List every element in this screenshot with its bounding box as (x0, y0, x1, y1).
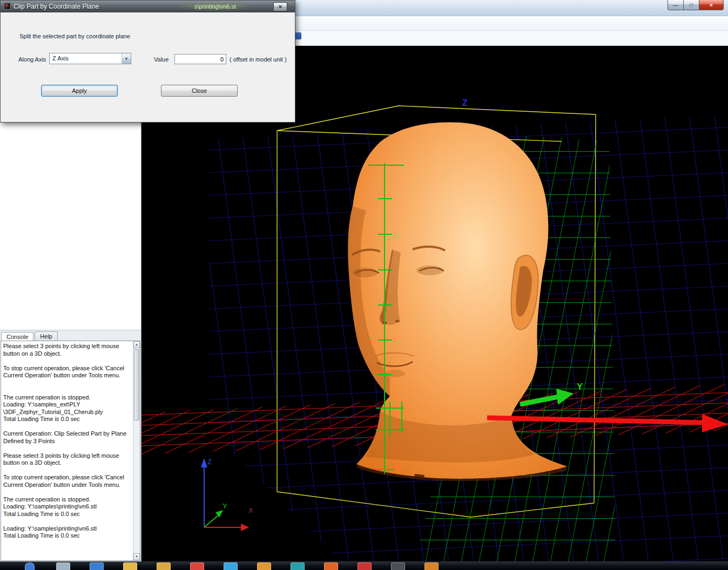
value-input[interactable] (174, 54, 226, 64)
console-line: Loading: Y:\samples\printing\vn6.stl (3, 503, 132, 511)
app-icon (358, 562, 372, 570)
console-line (3, 357, 132, 365)
taskbar-icon-folder-stack[interactable] (156, 561, 172, 570)
console-line: button on a 3D object. (3, 459, 132, 467)
console-line (3, 386, 132, 394)
scrollbar-thumb[interactable] (134, 349, 139, 420)
console-line: button on a 3D object. (3, 350, 132, 358)
taskbar-icon-cube[interactable] (390, 561, 406, 570)
console-line (3, 518, 132, 525)
taskbar-icon-messenger[interactable] (289, 561, 306, 570)
triad-y-label: Y (223, 502, 227, 510)
value-hint: ( offset in model unit ) (230, 56, 287, 63)
app-icon (25, 562, 35, 570)
maximize-button[interactable]: □ (684, 0, 699, 10)
app-icon (291, 562, 305, 570)
along-axis-label: Along Axis (18, 56, 46, 63)
dialog-description: Split the selected part by coordinate pl… (19, 33, 130, 39)
axis-dropdown-value: Z Axis (50, 53, 122, 64)
dialog-title: Clip Part by Coordinate Plane (14, 3, 99, 10)
console-line: To stop current operation, please click … (3, 365, 132, 372)
console-line: Current Operation' button under Tools me… (3, 481, 132, 489)
dialog-close-icon[interactable]: × (273, 2, 287, 11)
z-axis-label: Z (462, 98, 468, 107)
minimize-button[interactable]: — (668, 0, 684, 10)
console-line (3, 379, 132, 387)
y-axis-label: Y (577, 382, 583, 391)
app-icon (391, 562, 405, 570)
dialog-titlebar[interactable]: s\printing\vn6.st Clip Part by Coordinat… (1, 1, 295, 12)
left-panel: Console Help Please select 3 points by c… (0, 46, 141, 561)
taskbar-icon-start[interactable] (24, 561, 36, 570)
console-scrollbar[interactable]: ▲ ▼ (133, 341, 140, 560)
console-line: Loading: Y:\samples\printing\vn6.stl (3, 525, 132, 533)
close-button[interactable]: Close (161, 85, 238, 97)
console-line: Please select 3 points by clicking left … (3, 343, 132, 350)
console-line: Total Loading Time is 0.0 sec (3, 416, 132, 423)
window-title-ghost: s\printing\vn6.st (176, 2, 254, 11)
app-icon (123, 562, 137, 570)
viewport-3d[interactable]: Y Z Z Y X (141, 46, 728, 561)
app-icon (90, 562, 104, 570)
console-line (3, 467, 132, 474)
console-line: Current Operation: Clip Selected Part by… (3, 430, 132, 438)
taskbar-icon-illustrator[interactable] (423, 561, 440, 570)
taskbar (0, 561, 728, 570)
taskbar-icon-explorer[interactable] (55, 561, 71, 570)
scroll-down-icon[interactable]: ▼ (133, 553, 140, 560)
console-line: The current operation is stopped. (3, 496, 132, 504)
taskbar-icon-pdf[interactable] (356, 561, 373, 570)
console-line: Please select 3 points by clicking left … (3, 452, 132, 460)
scrollbar-track[interactable] (133, 348, 140, 553)
close-window-button[interactable]: × (699, 0, 724, 10)
console-line: The current operation is stopped. (3, 394, 132, 402)
tab-help[interactable]: Help (35, 331, 58, 341)
app-icon (56, 562, 70, 570)
app-icon (157, 562, 171, 570)
scroll-up-icon[interactable]: ▲ (133, 341, 140, 348)
app-icon (224, 562, 238, 570)
console-line (3, 488, 132, 496)
app-icon (190, 562, 204, 570)
console-line: Defined by 3 Points (3, 438, 132, 445)
taskbar-icon-skype[interactable] (223, 561, 239, 570)
console-line: \3DF_Zephyr_Tutorial_01_Cherub.ply (3, 409, 132, 416)
app-icon (257, 562, 271, 570)
console-panel: Please select 3 points by clicking left … (1, 341, 140, 561)
tab-console[interactable]: Console (1, 332, 33, 341)
triad-x-label: X (248, 506, 253, 514)
console-tab-bar: Console Help (0, 330, 141, 341)
chevron-down-icon[interactable]: ▼ (122, 53, 131, 64)
console-line: To stop current operation, please click … (3, 474, 132, 481)
clip-dialog: s\printing\vn6.st Clip Part by Coordinat… (0, 0, 295, 123)
triad-z-label: Z (207, 458, 212, 466)
taskbar-icon-folder[interactable] (122, 561, 138, 570)
console-line: Total Loading Time is 0.0 sec (3, 532, 132, 540)
apply-button[interactable]: Apply (41, 85, 118, 97)
dialog-body: Split the selected part by coordinate pl… (1, 12, 295, 123)
console-line (3, 423, 132, 431)
console-line: Total Loading Time is 0.0 sec (3, 511, 132, 518)
console-line: Loading: Y:\samples_ext\PLY (3, 401, 132, 409)
axis-dropdown[interactable]: Z Axis ▼ (49, 53, 131, 64)
app-icon (324, 562, 338, 570)
taskbar-icon-firefox[interactable] (323, 561, 339, 570)
taskbar-icon-media[interactable] (256, 561, 272, 570)
console-log: Please select 3 points by clicking left … (3, 343, 132, 559)
app-icon (4, 3, 11, 10)
console-line (3, 445, 132, 452)
value-label: Value (154, 56, 168, 63)
app-icon (424, 562, 439, 570)
console-line: Current Operation' button under Tools me… (3, 372, 132, 379)
taskbar-icon-chrome[interactable] (189, 561, 205, 570)
window-controls: — □ × (668, 0, 724, 10)
taskbar-icon-browser[interactable] (89, 561, 105, 570)
